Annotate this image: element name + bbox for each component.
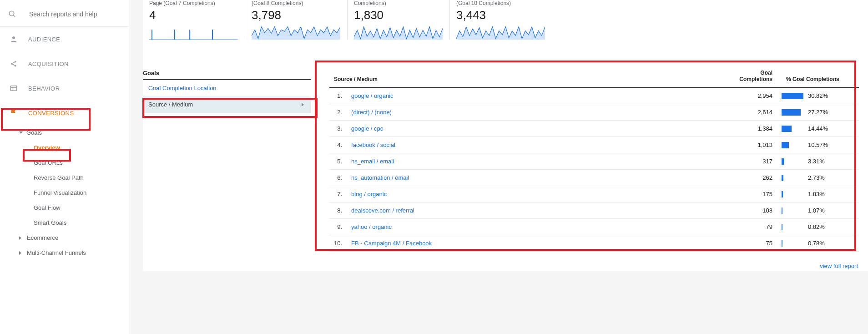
scorecard[interactable]: (Goal 8 Completions) 3,798 [245,0,348,40]
svg-line-1 [13,15,15,17]
table-row: 6. hs_automation / email 262 2.73% [329,170,859,186]
submenu-reverse-goal-path[interactable]: Reverse Goal Path [0,170,129,185]
table-row: 3. google / cpc 1,384 14.44% [329,121,859,137]
col-dimension[interactable]: Source / Medium [329,67,732,87]
submenu-smart-goals[interactable]: Smart Goals [0,215,129,230]
col-pct-goal-completions[interactable]: % Goal Completions [777,67,859,87]
flag-icon [9,109,18,117]
submenu-goal-urls[interactable]: Goal URLs [0,155,129,170]
row-pct-goal-completions: 1.83% [777,186,859,202]
table-row: 2. (direct) / (none) 2,614 27.27% [329,104,859,121]
row-dimension-link[interactable]: (direct) / (none) [347,104,732,121]
row-dimension-link[interactable]: FB - Campaign 4M / Facebook [347,235,732,252]
scorecard-value: 3,798 [252,6,341,26]
dimension-item[interactable]: Goal Completion Location [143,80,311,96]
table-row: 8. dealscove.com / referral 103 1.07% [329,202,859,219]
row-goal-completions: 175 [732,186,777,202]
row-rank: 5. [329,153,347,170]
row-rank: 3. [329,121,347,137]
row-dimension-link[interactable]: hs_automation / email [347,170,732,186]
view-full-report-link[interactable]: view full report [820,263,858,269]
row-pct-goal-completions: 2.73% [777,170,859,186]
row-pct-goal-completions: 0.82% [777,219,859,235]
table-row: 10. FB - Campaign 4M / Facebook 75 0.78% [329,235,859,252]
row-dimension-link[interactable]: facebook / social [347,137,732,153]
row-rank: 9. [329,219,347,235]
table-row: 1. google / organic 2,954 30.82% [329,87,859,104]
submenu-overview[interactable]: Overview [0,140,129,155]
table-row: 9. yahoo / organic 79 0.82% [329,219,859,235]
submenu-label: Ecommerce [27,234,58,241]
table-row: 5. hs_email / email 317 3.31% [329,153,859,170]
submenu-goals[interactable]: Goals [0,125,129,140]
table-row: 4. facebook / social 1,013 10.57% [329,137,859,153]
svg-point-0 [9,11,14,16]
caret-right-icon [302,103,306,106]
submenu-label: Smart Goals [34,219,66,226]
dimension-item[interactable]: Source / Medium [143,96,311,113]
scorecard[interactable]: Page (Goal 7 Completions) 4 [143,0,245,40]
row-rank: 8. [329,202,347,219]
row-dimension-link[interactable]: google / organic [347,87,732,104]
submenu-label: Multi-Channel Funnels [27,249,86,256]
sparkline [456,26,546,40]
row-pct-goal-completions: 30.82% [777,87,859,104]
main-content: Page (Goal 7 Completions) 4 (Goal 8 Comp… [129,0,868,334]
caret-down-icon [19,132,23,134]
sidebar: AUDIENCE ACQUISITION BEHAVIOR CONVERSION… [0,0,129,334]
scorecards: Page (Goal 7 Completions) 4 (Goal 8 Comp… [143,0,868,49]
nav-label: BEHAVIOR [28,85,60,92]
nav-label: AUDIENCE [28,36,60,43]
row-dimension-link[interactable]: yahoo / organic [347,219,732,235]
submenu-goal-flow[interactable]: Goal Flow [0,200,129,215]
scorecard-value: 3,443 [456,6,546,26]
search-input[interactable] [29,10,121,18]
submenu-ecommerce[interactable]: Ecommerce [0,230,129,245]
nav-behavior[interactable]: BEHAVIOR [0,76,129,101]
nav-conversions[interactable]: CONVERSIONS [0,101,129,125]
row-dimension-link[interactable]: hs_email / email [347,153,732,170]
nav-label: CONVERSIONS [28,110,74,116]
svg-rect-6 [10,86,17,91]
nav-acquisition[interactable]: ACQUISITION [0,51,129,76]
scorecard-subtitle: Completions) [354,0,443,6]
row-rank: 6. [329,170,347,186]
dimension-item-label: Goal Completion Location [148,85,217,91]
row-goal-completions: 75 [732,235,777,252]
nav-audience[interactable]: AUDIENCE [0,27,129,51]
row-goal-completions: 103 [732,202,777,219]
row-pct-goal-completions: 1.07% [777,202,859,219]
submenu-label: Goal URLs [34,159,63,166]
row-goal-completions: 317 [732,153,777,170]
dimension-item-label: Source / Medium [148,101,193,108]
row-pct-goal-completions: 10.57% [777,137,859,153]
row-goal-completions: 2,954 [732,87,777,104]
submenu-funnel-visualization[interactable]: Funnel Visualization [0,185,129,200]
table-wrap: Source / Medium Goal Completions % Goal … [329,67,859,252]
scorecard[interactable]: Completions) 1,830 [348,0,450,40]
submenu-label: Reverse Goal Path [34,174,84,181]
row-rank: 4. [329,137,347,153]
row-goal-completions: 1,013 [732,137,777,153]
row-goal-completions: 2,614 [732,104,777,121]
row-dimension-link[interactable]: google / cpc [347,121,732,137]
dimension-heading: Goals [143,67,311,80]
row-pct-goal-completions: 27.27% [777,104,859,121]
scorecard[interactable]: (Goal 10 Completions) 3,443 [450,0,552,40]
row-dimension-link[interactable]: bing / organic [347,186,732,202]
search-icon [8,10,16,18]
sparkline [252,26,341,40]
source-medium-table: Source / Medium Goal Completions % Goal … [329,67,859,252]
row-pct-goal-completions: 0.78% [777,235,859,252]
share-icon [9,60,18,68]
svg-point-2 [12,36,15,39]
row-rank: 2. [329,104,347,121]
scorecard-value: 1,830 [354,6,443,26]
row-pct-goal-completions: 14.44% [777,121,859,137]
submenu-multi-channel-funnels[interactable]: Multi-Channel Funnels [0,245,129,260]
col-goal-completions[interactable]: Goal Completions [732,67,777,87]
row-dimension-link[interactable]: dealscove.com / referral [347,202,732,219]
dimension-panel: Goals Goal Completion Location Source / … [143,67,311,252]
scorecard-subtitle: (Goal 10 Completions) [456,0,546,6]
layout-icon [9,84,18,92]
